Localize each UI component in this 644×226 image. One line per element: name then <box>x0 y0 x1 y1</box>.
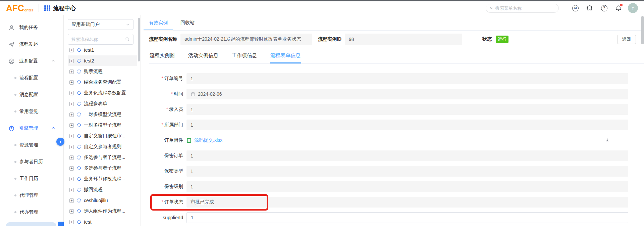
calendar-icon <box>191 92 196 97</box>
expand-icon[interactable]: + <box>69 134 74 138</box>
field-input[interactable]: 1 <box>186 73 628 84</box>
field-input[interactable]: 1 <box>186 104 628 115</box>
process-node-icon <box>77 48 81 52</box>
expand-icon[interactable]: + <box>69 145 74 149</box>
expand-icon[interactable]: + <box>69 220 74 224</box>
expand-icon[interactable]: + <box>69 80 74 85</box>
field-label: 保密类型 <box>164 168 183 174</box>
expand-icon[interactable]: + <box>69 102 74 106</box>
expand-icon[interactable]: + <box>69 70 74 74</box>
sidebar-item-my-tasks[interactable]: 我的任务 <box>0 19 63 36</box>
instance-name-value: admin于2024-02-21发起的流程流转时修改表单业务状态 <box>184 36 301 42</box>
app-category-select[interactable]: 应用基础门户 <box>68 19 133 30</box>
tree-item[interactable]: + 一对多模型父流程 <box>68 109 137 120</box>
menu-search[interactable] <box>486 4 559 13</box>
expand-icon[interactable]: + <box>69 48 74 52</box>
sidebar-item-resource-management[interactable]: 资源管理 <box>0 137 63 153</box>
avatar[interactable]: t <box>628 3 638 13</box>
tree-item[interactable]: + 选人组件作为流程... <box>68 206 137 217</box>
tree-item[interactable]: + 结合业务查询配置 <box>68 77 137 88</box>
tree-item-label: 一对多模型父流程 <box>84 111 121 118</box>
tab-valid-instances[interactable]: 有效实例 <box>144 15 173 30</box>
menu-search-input[interactable] <box>495 6 554 11</box>
sidebar-item-process-config[interactable]: 流程配置 <box>0 70 63 86</box>
required-asterisk: * <box>162 122 163 127</box>
tab-instance-diagram[interactable]: 流程实例图 <box>149 48 175 63</box>
field-input[interactable]: 1 <box>186 150 628 161</box>
tree-item[interactable]: + 购票流程 <box>68 66 137 77</box>
instance-id-value: 98 <box>349 37 354 42</box>
detail-tabs: 流程实例图 活动实例信息 工作项信息 流程表单信息 <box>149 48 644 64</box>
sidebar-group-business-config[interactable]: 业务配置 <box>0 53 63 70</box>
attachment-link[interactable]: 源码提交.xlsx <box>194 137 222 143</box>
tree-item[interactable]: + 自定义窗口按钮审... <box>68 131 137 141</box>
sidebar-item-agent-management[interactable]: 代理管理 <box>0 187 63 204</box>
bullet-icon <box>14 77 16 79</box>
tree-item[interactable]: + 撤回流程 <box>68 184 137 195</box>
expand-icon[interactable]: + <box>69 112 74 117</box>
tree-item[interactable]: + test <box>68 217 137 226</box>
field-input[interactable]: 审批已完成 <box>186 197 628 208</box>
tree-item[interactable]: + 业务化流程参数配置 <box>68 88 137 98</box>
instance-name-field[interactable]: admin于2024-02-21发起的流程流转时修改表单业务状态 <box>180 34 312 45</box>
tree-item[interactable]: + test1 <box>68 45 137 55</box>
sidebar-item-participant-calendar[interactable]: 参与者日历 <box>0 153 63 170</box>
tree-item[interactable]: + 流程多表单 <box>68 98 137 109</box>
cube-icon <box>8 125 15 132</box>
plugin-icon[interactable] <box>586 4 593 12</box>
required-asterisk: * <box>162 199 163 205</box>
tab-process-form-info[interactable]: 流程表单信息 <box>270 48 301 63</box>
field-input[interactable]: 1 <box>186 212 628 223</box>
field-input[interactable]: 2024-02-06 <box>186 89 628 99</box>
process-tree-list: + test1 + test2 + 购票流程 + 结合业务查询配置 + 业务化流… <box>68 45 137 226</box>
process-search-input[interactable] <box>71 37 123 42</box>
expand-icon[interactable]: + <box>69 177 74 181</box>
grid-icon <box>44 5 50 11</box>
sidebar-item-todo-management[interactable]: 代办管理 <box>0 204 63 221</box>
sidebar-item-work-calendar[interactable]: 工作日历 <box>0 170 63 187</box>
expand-icon[interactable]: + <box>69 188 74 192</box>
sidebar-scrollbar[interactable] <box>6 222 56 226</box>
field-input[interactable]: 1 <box>186 181 628 192</box>
tab-activity-instance-info[interactable]: 活动实例信息 <box>187 48 219 63</box>
sidebar-item-label: 常用意见 <box>19 108 38 115</box>
tree-item[interactable]: + 自定义参与者规则 <box>68 141 137 152</box>
instance-name-label: 流程实例名称 <box>149 36 177 42</box>
field-input[interactable]: 1 <box>186 166 628 177</box>
expand-icon[interactable]: + <box>69 91 74 95</box>
page-scrollbar[interactable] <box>641 16 644 44</box>
tree-item[interactable]: + 多选参与者子流程... <box>68 152 137 163</box>
expand-icon[interactable]: + <box>69 209 74 214</box>
back-button[interactable]: 返回 <box>617 35 636 44</box>
expand-icon[interactable]: + <box>69 59 74 63</box>
chevron-up-icon <box>51 58 55 64</box>
expand-icon[interactable]: + <box>69 166 74 171</box>
sidebar-item-message-config[interactable]: 消息配置 <box>0 86 63 103</box>
expand-icon[interactable]: + <box>69 123 74 128</box>
sidebar-group-engine-management[interactable]: 引擎管理 <box>0 120 63 137</box>
tab-recycle-bin[interactable]: 回收站 <box>175 15 200 30</box>
instance-id-field[interactable]: 98 <box>345 34 462 45</box>
expand-icon[interactable]: + <box>69 155 74 160</box>
download-icon[interactable] <box>605 138 610 144</box>
field-label: 保密订单 <box>164 153 183 158</box>
field-input[interactable]: 1 <box>186 120 628 130</box>
expand-icon[interactable]: + <box>69 198 74 203</box>
sidebar-item-process-start[interactable]: 流程发起 <box>0 36 63 53</box>
tree-item[interactable]: + ceshiluojiliu <box>68 195 137 206</box>
form-row: *保密订单 1 <box>149 150 628 161</box>
tree-item[interactable]: + 业务环节修改流程... <box>68 174 137 184</box>
afc-logo: AFC enter <box>6 4 33 12</box>
help-icon[interactable]: ? <box>600 4 608 12</box>
sidebar-collapse-button[interactable]: ‹ <box>56 138 64 146</box>
tree-item[interactable]: + test2 <box>68 55 137 66</box>
tree-item[interactable]: + 一对多模型子流程 <box>68 120 137 131</box>
tree-scrollbar[interactable] <box>138 18 140 61</box>
bell-icon[interactable] <box>615 4 622 12</box>
ai-assistant-icon[interactable]: AI <box>572 4 579 12</box>
chevron-down-icon <box>126 22 130 27</box>
tab-work-item-info[interactable]: 工作项信息 <box>231 48 258 63</box>
tree-item[interactable]: + 多选参与者子流程 <box>68 163 137 174</box>
process-search[interactable] <box>68 34 133 45</box>
sidebar-item-common-opinions[interactable]: 常用意见 <box>0 103 63 120</box>
